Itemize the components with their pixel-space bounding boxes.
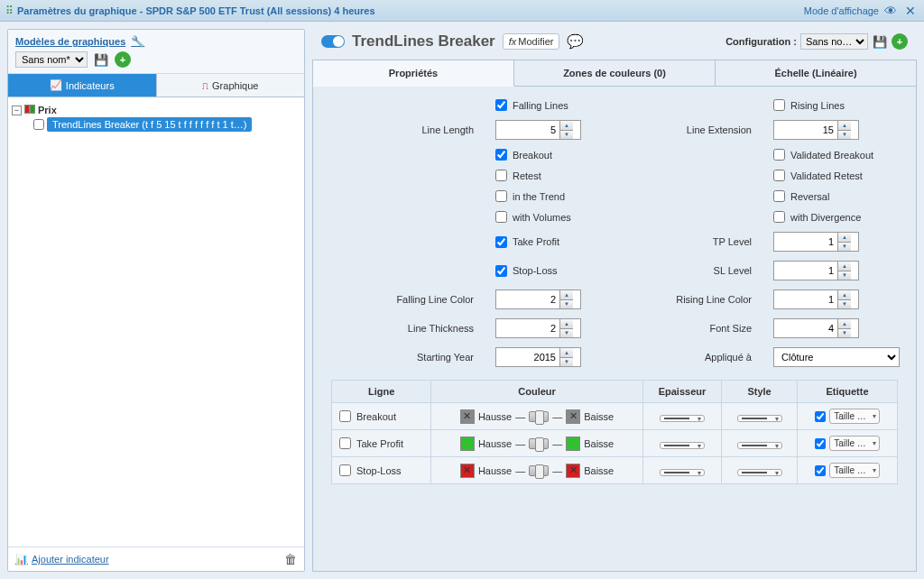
add-indicator-icon: 📊 — [15, 554, 28, 565]
with-divergence-check[interactable] — [773, 211, 785, 223]
tree-collapse[interactable]: − — [12, 106, 22, 115]
sl-label-select[interactable]: Taille … — [829, 463, 880, 478]
tp-style-select[interactable] — [737, 442, 782, 449]
save-config-icon[interactable]: 💾 — [872, 33, 888, 50]
indicator-tree: − Prix TrendLines Breaker (t f 5 15 t f … — [8, 97, 304, 547]
prix-icon — [24, 105, 35, 115]
tab-color-zones[interactable]: Zones de couleurs (0) — [514, 60, 716, 87]
in-trend-check[interactable] — [495, 190, 507, 202]
stop-loss-check[interactable] — [495, 265, 507, 277]
content-panel: TrendLines Breaker fxModifier 💬 Configur… — [312, 29, 917, 572]
sl-up-color[interactable]: ✕ — [460, 464, 475, 478]
save-icon[interactable]: 💾 — [93, 51, 109, 68]
breakout-label-select[interactable]: Taille … — [829, 409, 880, 424]
sl-slider[interactable] — [529, 465, 549, 476]
falling-color-input[interactable]: ▲▼ — [495, 290, 581, 309]
style-tp-check[interactable] — [339, 437, 351, 449]
titlebar: ⠿ Paramètres du graphique - SPDR S&P 500… — [0, 0, 924, 22]
sl-thickness-select[interactable] — [660, 469, 705, 476]
reversal-check[interactable] — [773, 190, 785, 202]
line-extension-input[interactable]: ▲▼ — [773, 120, 859, 140]
style-row-stoploss: Stop-Loss ✕Hausse — — ✕Baisse Taille … — [332, 457, 898, 484]
config-select[interactable]: Sans no… — [800, 33, 868, 50]
tab-properties[interactable]: Propriétés — [312, 60, 514, 87]
template-select[interactable]: Sans nom* — [15, 51, 88, 68]
tab-graphique[interactable]: ⎍ Graphique — [157, 74, 305, 96]
tree-child-label[interactable]: TrendLines Breaker (t f 5 15 t f f f f f… — [47, 117, 252, 132]
tp-down-color[interactable] — [566, 437, 580, 451]
breakout-slider[interactable] — [529, 411, 549, 422]
sl-label-check[interactable] — [815, 465, 826, 476]
close-button[interactable]: ✕ — [902, 3, 919, 19]
falling-lines-check[interactable] — [495, 99, 507, 111]
retest-check[interactable] — [495, 170, 507, 181]
font-size-input[interactable]: ▲▼ — [773, 318, 859, 338]
thickness-input[interactable]: ▲▼ — [495, 318, 581, 338]
config-label: Configuration : — [725, 36, 797, 47]
candles-icon: ⎍ — [202, 80, 208, 91]
tp-slider[interactable] — [529, 438, 549, 449]
add-config-button[interactable]: + — [892, 33, 908, 50]
tp-label-select[interactable]: Taille … — [829, 436, 880, 451]
validated-breakout-check[interactable] — [773, 149, 785, 161]
tp-up-color[interactable] — [460, 437, 475, 451]
tab-indicators[interactable]: 📈 Indicateurs — [8, 74, 157, 96]
spin-down[interactable]: ▼ — [560, 131, 573, 140]
display-mode-icon[interactable]: 👁 — [884, 4, 897, 18]
comment-icon[interactable]: 💬 — [567, 33, 584, 50]
breakout-style-select[interactable] — [737, 415, 782, 422]
line-length-input[interactable]: ▲▼ — [495, 120, 581, 140]
style-sl-check[interactable] — [339, 464, 351, 476]
app-icon: ⠿ — [5, 5, 14, 17]
tp-level-input[interactable]: ▲▼ — [773, 232, 859, 252]
sidebar-title: Modèles de graphiques 🔧 — [15, 35, 297, 48]
chart-line-icon: 📈 — [50, 79, 62, 91]
add-template-button[interactable]: + — [115, 51, 131, 68]
sidebar: Modèles de graphiques 🔧 Sans nom* 💾 + 📈 … — [7, 29, 305, 572]
style-row-takeprofit: Take Profit Hausse — — Baisse Taille … — [332, 430, 898, 457]
breakout-up-color[interactable]: ✕ — [460, 409, 475, 424]
sl-level-input[interactable]: ▲▼ — [773, 261, 859, 280]
validated-retest-check[interactable] — [773, 170, 785, 181]
display-mode-label: Mode d'affichage — [804, 5, 879, 16]
with-volumes-check[interactable] — [495, 211, 507, 223]
tp-label-check[interactable] — [815, 438, 826, 449]
style-table: Ligne Couleur Epaisseur Style Etiquette … — [331, 380, 898, 484]
rising-color-input[interactable]: ▲▼ — [773, 290, 859, 309]
take-profit-check[interactable] — [495, 236, 507, 248]
tree-child-trendlines[interactable]: TrendLines Breaker (t f 5 15 t f f f f f… — [33, 117, 300, 132]
style-row-breakout: Breakout ✕Hausse — — ✕Baisse Taille … — [332, 403, 898, 430]
spin-up[interactable]: ▲ — [560, 121, 573, 131]
breakout-down-color[interactable]: ✕ — [566, 409, 580, 424]
breakout-check[interactable] — [495, 149, 507, 161]
breakout-thickness-select[interactable] — [660, 415, 705, 422]
start-year-input[interactable]: ▲▼ — [495, 347, 581, 367]
sl-style-select[interactable] — [737, 469, 782, 476]
trash-icon[interactable]: 🗑 — [284, 552, 297, 566]
tab-scale[interactable]: Échelle (Linéaire) — [716, 60, 917, 87]
modify-button[interactable]: fxModifier — [503, 33, 560, 50]
breakout-label-check[interactable] — [815, 411, 826, 422]
tree-root-label[interactable]: Prix — [38, 105, 57, 115]
indicator-enable-toggle[interactable] — [321, 35, 345, 48]
style-breakout-check[interactable] — [339, 410, 351, 422]
add-indicator-link[interactable]: 📊 Ajouter indicateur — [15, 554, 109, 565]
wrench-icon[interactable]: 🔧 — [131, 35, 144, 48]
indicator-name: TrendLines Breaker — [352, 32, 495, 51]
window-title: Paramètres du graphique - SPDR S&P 500 E… — [17, 5, 804, 16]
tree-child-checkbox[interactable] — [33, 119, 44, 130]
applied-to-select[interactable]: Clôture — [773, 347, 900, 367]
rising-lines-check[interactable] — [773, 99, 785, 111]
sl-down-color[interactable]: ✕ — [566, 464, 580, 478]
tp-thickness-select[interactable] — [660, 442, 705, 449]
